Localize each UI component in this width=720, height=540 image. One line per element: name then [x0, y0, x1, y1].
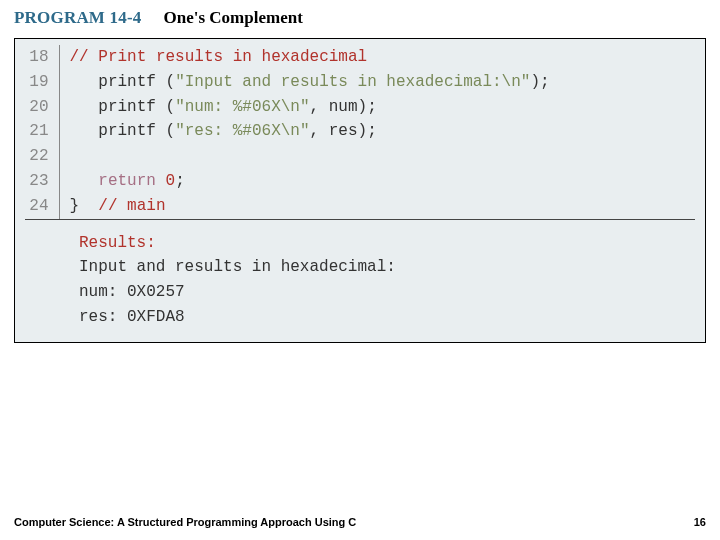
- code-content: [59, 144, 695, 169]
- program-label: PROGRAM 14-4: [14, 8, 142, 28]
- slide-header: PROGRAM 14-4 One's Complement: [0, 0, 720, 38]
- code-content: printf ("num: %#06X\n", num);: [59, 95, 695, 120]
- results-label: Results:: [79, 231, 695, 256]
- program-title: One's Complement: [164, 8, 303, 28]
- code-content: return 0;: [59, 169, 695, 194]
- code-line: 18// Print results in hexadecimal: [25, 45, 695, 70]
- results-row: Results:Input and results in hexadecimal…: [25, 225, 695, 330]
- line-number: 21: [25, 119, 59, 144]
- code-content: // Print results in hexadecimal: [59, 45, 695, 70]
- footer-book-title: Computer Science: A Structured Programmi…: [14, 516, 356, 528]
- code-listing: 18// Print results in hexadecimal19 prin…: [25, 45, 695, 330]
- code-line: 22: [25, 144, 695, 169]
- code-line: 21 printf ("res: %#06X\n", res);: [25, 119, 695, 144]
- code-content: } // main: [59, 194, 695, 219]
- code-line: 23 return 0;: [25, 169, 695, 194]
- slide-footer: Computer Science: A Structured Programmi…: [14, 516, 706, 528]
- line-number: 23: [25, 169, 59, 194]
- results-output: Input and results in hexadecimal: num: 0…: [79, 255, 695, 329]
- line-number: 18: [25, 45, 59, 70]
- code-line: 19 printf ("Input and results in hexadec…: [25, 70, 695, 95]
- code-line: 20 printf ("num: %#06X\n", num);: [25, 95, 695, 120]
- line-number: 24: [25, 194, 59, 219]
- code-block: 18// Print results in hexadecimal19 prin…: [14, 38, 706, 343]
- line-number: 22: [25, 144, 59, 169]
- code-content: printf ("Input and results in hexadecima…: [59, 70, 695, 95]
- line-number: 19: [25, 70, 59, 95]
- code-line: 24} // main: [25, 194, 695, 219]
- footer-page-number: 16: [694, 516, 706, 528]
- code-content: printf ("res: %#06X\n", res);: [59, 119, 695, 144]
- line-number: 20: [25, 95, 59, 120]
